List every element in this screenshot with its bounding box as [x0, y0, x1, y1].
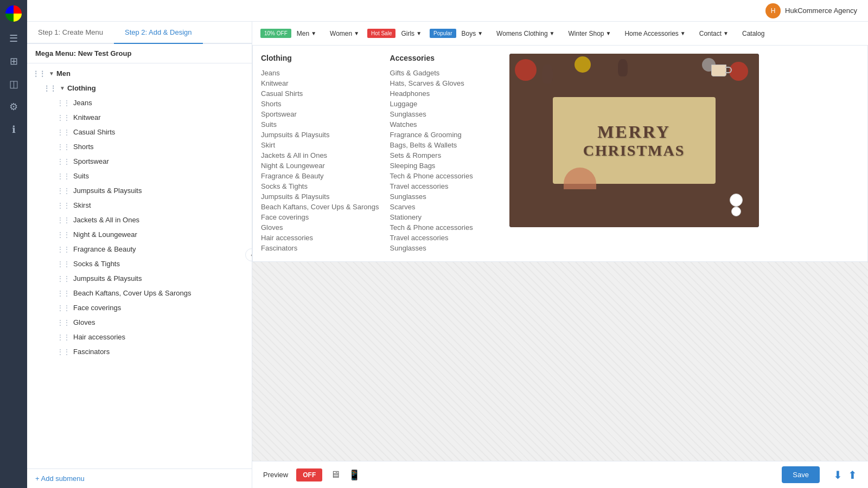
clothing-link-jumpsuits1[interactable]: Jumpsuits & Playsuits: [261, 130, 379, 140]
acc-link-bags[interactable]: Bags, Belts & Wallets: [390, 140, 499, 150]
acc-link-sunglasses1[interactable]: Sunglasses: [390, 109, 499, 119]
info-nav-icon[interactable]: ℹ: [12, 124, 16, 136]
men-nav-button[interactable]: Men ▼: [291, 28, 322, 40]
girls-nav-button[interactable]: Girls ▼: [395, 28, 427, 40]
winter-shop-chevron-icon: ▼: [606, 30, 611, 36]
clothing-link-jeans[interactable]: Jeans: [261, 68, 379, 78]
tree-item-suits[interactable]: ⋮⋮ Suits: [27, 169, 252, 183]
tab-step2[interactable]: Step 2: Add & Design: [114, 22, 203, 44]
clothing-link-casual-shirts[interactable]: Casual Shirts: [261, 88, 379, 99]
acc-link-travel1[interactable]: Travel accessories: [390, 181, 499, 191]
tree-item-men[interactable]: ⋮⋮ ▼ Men: [27, 66, 252, 81]
tree-item-beach[interactable]: ⋮⋮ Beach Kaftans, Cover Ups & Sarongs: [27, 286, 252, 300]
tree-item-fragrance[interactable]: ⋮⋮ Fragrance & Beauty: [27, 242, 252, 256]
winter-shop-nav-button[interactable]: Winter Shop ▼: [563, 28, 617, 40]
clothing-link-jackets[interactable]: Jackets & All in Ones: [261, 150, 379, 160]
menu-nav-icon[interactable]: ☰: [9, 33, 18, 44]
acc-link-headphones[interactable]: Headphones: [390, 88, 499, 99]
tree-item-hair[interactable]: ⋮⋮ Hair accessories: [27, 330, 252, 344]
add-submenu-link[interactable]: + Add submenu: [35, 474, 85, 483]
clothing-column: Clothing Jeans Knitwear Casual Shirts Sh…: [261, 54, 379, 253]
acc-link-gifts[interactable]: Gifts & Gadgets: [390, 68, 499, 78]
label-skirst: Skirst: [73, 201, 91, 209]
desktop-icon[interactable]: 🖥: [330, 469, 340, 480]
acc-link-fragrance[interactable]: Fragrance & Grooming: [390, 130, 499, 140]
acc-link-watches[interactable]: Watches: [390, 119, 499, 130]
export-icon[interactable]: ⬆: [848, 468, 857, 481]
clothing-column-header: Clothing: [261, 54, 379, 62]
top-bar: H HukCommerce Agency: [27, 0, 868, 22]
tree-item-jeans[interactable]: ⋮⋮ Jeans: [27, 95, 252, 110]
save-button[interactable]: Save: [782, 466, 820, 483]
clothing-link-night[interactable]: Night & Loungewear: [261, 160, 379, 171]
tree-item-night[interactable]: ⋮⋮ Night & Loungewear: [27, 227, 252, 242]
tree-item-casual-shirts[interactable]: ⋮⋮ Casual Shirts: [27, 125, 252, 139]
preview-area: [252, 262, 868, 461]
tree-item-shorts[interactable]: ⋮⋮ Shorts: [27, 139, 252, 154]
boys-badge: Popular: [430, 29, 456, 38]
clothing-link-fascinators[interactable]: Fascinators: [261, 243, 379, 253]
label-shorts: Shorts: [73, 143, 94, 151]
tree-item-knitwear[interactable]: ⋮⋮ Knitwear: [27, 110, 252, 125]
contact-nav-button[interactable]: Contact ▼: [694, 28, 734, 40]
tree-item-socks[interactable]: ⋮⋮ Socks & Tights: [27, 256, 252, 271]
tree-item-face-coverings[interactable]: ⋮⋮ Face coverings: [27, 300, 252, 315]
acc-link-tech1[interactable]: Tech & Phone accessories: [390, 171, 499, 181]
app-logo[interactable]: [5, 5, 22, 22]
clothing-link-suits[interactable]: Suits: [261, 119, 379, 130]
clothing-link-beach[interactable]: Beach Kaftans, Cover Ups & Sarongs: [261, 202, 379, 212]
tree-item-sportswear[interactable]: ⋮⋮ Sportswear: [27, 154, 252, 169]
tree-item-jackets[interactable]: ⋮⋮ Jackets & All in Ones: [27, 213, 252, 227]
snowman: [730, 194, 743, 216]
acc-link-hats[interactable]: Hats, Scarves & Gloves: [390, 78, 499, 88]
main-area: H HukCommerce Agency Step 1: Create Menu…: [27, 0, 868, 488]
tablet-icon[interactable]: 📱: [348, 469, 360, 481]
tree-item-clothing[interactable]: ⋮⋮ ▼ Clothing: [27, 81, 252, 95]
tree-item-gloves[interactable]: ⋮⋮ Gloves: [27, 315, 252, 330]
womens-clothing-chevron-icon: ▼: [550, 30, 555, 36]
hand-illustration: [564, 168, 596, 189]
clothing-link-hair[interactable]: Hair accessories: [261, 233, 379, 243]
label-face-coverings: Face coverings: [73, 304, 121, 312]
acc-link-sets[interactable]: Sets & Rompers: [390, 150, 499, 160]
label-night: Night & Loungewear: [73, 230, 137, 239]
mega-dropdown-image: MERRY CHRISTMAS: [509, 54, 759, 227]
clothing-link-face[interactable]: Face coverings: [261, 212, 379, 222]
clothing-link-knitwear[interactable]: Knitwear: [261, 78, 379, 88]
clothing-link-sportswear[interactable]: Sportswear: [261, 109, 379, 119]
drag-icon-shorts: ⋮⋮: [57, 143, 70, 151]
clothing-link-skirt[interactable]: Skirt: [261, 140, 379, 150]
womens-clothing-nav-button[interactable]: Womens Clothing ▼: [491, 28, 560, 40]
left-panel: Step 1: Create Menu Step 2: Add & Design…: [27, 22, 252, 488]
grid-nav-icon[interactable]: ⊞: [10, 55, 18, 67]
drag-icon-sportswear: ⋮⋮: [57, 158, 70, 165]
clothing-link-gloves[interactable]: Gloves: [261, 222, 379, 233]
tree-item-fascinators[interactable]: ⋮⋮ Fascinators: [27, 344, 252, 359]
tree-item-jumpsuits2[interactable]: ⋮⋮ Jumpsuits & Playsuits: [27, 271, 252, 286]
layers-nav-icon[interactable]: ◫: [9, 78, 18, 90]
acc-link-scarves[interactable]: Scarves: [390, 202, 499, 212]
tree-item-jumpsuits1[interactable]: ⋮⋮ Jumpsuits & Playsuits: [27, 183, 252, 198]
boys-nav-button[interactable]: Boys ▼: [456, 28, 489, 40]
acc-link-travel2[interactable]: Travel accessories: [390, 233, 499, 243]
clothing-link-jumpsuits2[interactable]: Jumpsuits & Playsuits: [261, 191, 379, 202]
acc-link-tech2[interactable]: Tech & Phone accessories: [390, 222, 499, 233]
content-wrapper: Step 1: Create Menu Step 2: Add & Design…: [27, 22, 868, 488]
christmas-background: MERRY CHRISTMAS: [509, 54, 759, 227]
acc-link-sleeping[interactable]: Sleeping Bags: [390, 160, 499, 171]
acc-link-sunglasses3[interactable]: Sunglasses: [390, 243, 499, 253]
acc-link-sunglasses2[interactable]: Sunglasses: [390, 191, 499, 202]
clothing-link-socks[interactable]: Socks & Tights: [261, 181, 379, 191]
catalog-nav-button[interactable]: Catalog: [737, 28, 770, 40]
acc-link-luggage[interactable]: Luggage: [390, 99, 499, 109]
tree-item-skirst[interactable]: ⋮⋮ Skirst: [27, 198, 252, 213]
settings-nav-icon[interactable]: ⚙: [9, 101, 18, 113]
import-icon[interactable]: ⬇: [833, 468, 843, 481]
women-nav-button[interactable]: Women ▼: [324, 28, 365, 40]
clothing-link-shorts[interactable]: Shorts: [261, 99, 379, 109]
tab-step1[interactable]: Step 1: Create Menu: [27, 22, 114, 43]
preview-toggle-button[interactable]: OFF: [296, 468, 322, 481]
home-accessories-nav-button[interactable]: Home Accessories ▼: [619, 28, 691, 40]
acc-link-stationery[interactable]: Stationery: [390, 212, 499, 222]
clothing-link-fragrance[interactable]: Fragrance & Beauty: [261, 171, 379, 181]
